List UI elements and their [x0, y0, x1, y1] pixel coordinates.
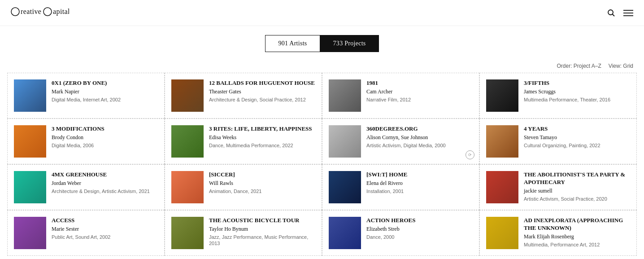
card-item[interactable]: ACCESSMarie SesterPublic Art, Sound Art,…: [7, 210, 165, 256]
card-title: 4MX GREENHOUSE: [52, 171, 158, 179]
svg-point-2: [44, 8, 52, 16]
card-artist: Brody Condon: [52, 134, 158, 141]
card-meta: Artistic Activism, Digital Media, 2000: [366, 142, 473, 149]
card-artist: Theaster Gates: [209, 88, 315, 95]
card-title: 4 YEARS: [524, 125, 630, 133]
card-meta: Artistic Activism, Social Practice, 2020: [524, 196, 630, 202]
card-item[interactable]: 3/FIFTHSJames ScruggsMultimedia Performa…: [479, 73, 637, 119]
card-image: [171, 79, 204, 112]
card-meta: Narrative Film, 2012: [366, 97, 473, 103]
tab-artists[interactable]: 901 Artists: [265, 35, 320, 52]
card-content: 4 YEARSSteven TamayoCultural Organizing,…: [524, 125, 630, 149]
card-item[interactable]: THE ACOUSTIC BICYCLE TOURTaylor Ho Bynum…: [165, 210, 322, 256]
card-content: 3/FIFTHSJames ScruggsMultimedia Performa…: [524, 79, 630, 103]
card-content: 3 RITES: LIFE, LIBERTY, HAPPINESSEdisa W…: [209, 125, 315, 149]
card-title: THE ACOUSTIC BICYCLE TOUR: [209, 217, 315, 224]
card-title: 3 MODIFICATIONS: [52, 125, 158, 133]
card-content: AD INEXPLORATA (APPROACHING THE UNKNOWN)…: [524, 217, 630, 248]
card-artist: Elena del Rivero: [366, 180, 473, 187]
card-title: [SICCER]: [209, 171, 315, 179]
card-meta: Public Art, Sound Art, 2002: [52, 234, 158, 240]
card-content: 0X1 (ZERO BY ONE)Mark NapierDigital Medi…: [52, 79, 158, 103]
card-expand-icon[interactable]: ⟳: [466, 150, 474, 159]
card-image: [14, 217, 46, 249]
svg-text:apital: apital: [53, 8, 69, 16]
card-item[interactable]: AD INEXPLORATA (APPROACHING THE UNKNOWN)…: [479, 210, 637, 256]
card-image: [486, 79, 518, 112]
card-meta: Digital Media, Internet Art, 2002: [52, 97, 158, 103]
card-image: [171, 125, 204, 158]
card-content: 12 BALLADS FOR HUGUENOT HOUSETheaster Ga…: [209, 79, 315, 103]
card-meta: Installation, 2001: [366, 188, 473, 194]
tab-projects[interactable]: 733 Projects: [320, 35, 379, 52]
card-artist: Edisa Weeks: [209, 134, 315, 141]
card-meta: Multimedia, Performance Art, 2012: [524, 241, 630, 248]
card-image: [329, 171, 361, 203]
card-item[interactable]: THE ABOLITIONIST'S TEA PARTY & APOTHECAR…: [479, 164, 637, 210]
card-item[interactable]: 3 MODIFICATIONSBrody CondonDigital Media…: [7, 119, 165, 164]
card-item[interactable]: 4MX GREENHOUSEJordan WeberArchitecture &…: [7, 164, 165, 210]
card-image: [14, 125, 46, 158]
controls-bar: Order: Project A–Z View: Grid: [0, 59, 644, 73]
card-item[interactable]: 0X1 (ZERO BY ONE)Mark NapierDigital Medi…: [7, 73, 165, 119]
card-title: 360DEGREES.ORG: [366, 125, 473, 133]
card-artist: Mark Napier: [52, 88, 158, 95]
card-content: 3 MODIFICATIONSBrody CondonDigital Media…: [52, 125, 158, 149]
card-item[interactable]: 12 BALLADS FOR HUGUENOT HOUSETheaster Ga…: [165, 73, 322, 119]
card-item[interactable]: 3 RITES: LIFE, LIBERTY, HAPPINESSEdisa W…: [165, 119, 322, 164]
card-title: 12 BALLADS FOR HUGUENOT HOUSE: [209, 79, 315, 87]
menu-icon[interactable]: [623, 8, 633, 18]
card-item[interactable]: 360DEGREES.ORGAlison Cornyn, Sue Johnson…: [322, 119, 479, 164]
card-image: [486, 171, 518, 203]
card-artist: Cam Archer: [366, 88, 473, 95]
card-meta: Architecture & Design, Artistic Activism…: [52, 188, 158, 194]
card-image: [329, 217, 361, 249]
svg-point-4: [608, 10, 613, 15]
card-item[interactable]: 4 YEARSSteven TamayoCultural Organizing,…: [479, 119, 637, 164]
card-artist: Steven Tamayo: [524, 134, 630, 141]
card-title: 1981: [366, 79, 473, 87]
card-item[interactable]: 1981Cam ArcherNarrative Film, 2012: [322, 73, 479, 119]
view-control[interactable]: View: Grid: [609, 63, 633, 69]
search-icon[interactable]: [606, 8, 616, 18]
card-content: [SICCER]Will RawlsAnimation, Dance, 2021: [209, 171, 315, 194]
card-artist: Marie Sester: [52, 226, 158, 233]
card-artist: Jordan Weber: [52, 180, 158, 187]
card-title: ACCESS: [52, 217, 158, 224]
card-image: [329, 125, 361, 158]
card-artist: James Scruggs: [524, 88, 630, 95]
card-content: THE ABOLITIONIST'S TEA PARTY & APOTHECAR…: [524, 171, 630, 202]
card-meta: Architecture & Design, Social Practice, …: [209, 97, 315, 103]
card-artist: Taylor Ho Bynum: [209, 226, 315, 233]
card-image: [171, 217, 204, 249]
card-content: THE ACOUSTIC BICYCLE TOURTaylor Ho Bynum…: [209, 217, 315, 246]
card-item[interactable]: ACTION HEROESElizabeth StrebDance, 2000: [322, 210, 479, 256]
logo[interactable]: reative apital: [11, 5, 69, 20]
svg-line-5: [613, 14, 615, 16]
card-meta: Multimedia Performance, Theater, 2016: [524, 97, 630, 103]
card-title: THE ABOLITIONIST'S TEA PARTY & APOTHECAR…: [524, 171, 630, 186]
card-title: 3/FIFTHS: [524, 79, 630, 87]
order-control[interactable]: Order: Project A–Z: [557, 63, 601, 69]
card-content: ACTION HEROESElizabeth StrebDance, 2000: [366, 217, 473, 240]
projects-grid: 0X1 (ZERO BY ONE)Mark NapierDigital Medi…: [0, 73, 644, 256]
svg-point-0: [11, 8, 19, 16]
header-icons: [606, 8, 633, 18]
logo-svg: reative apital: [11, 5, 69, 18]
card-artist: Alison Cornyn, Sue Johnson: [366, 134, 473, 141]
card-title: 3 RITES: LIFE, LIBERTY, HAPPINESS: [209, 125, 315, 133]
card-item[interactable]: [SICCER]Will RawlsAnimation, Dance, 2021: [165, 164, 322, 210]
tab-bar: 901 Artists 733 Projects: [0, 26, 644, 59]
card-artist: Will Rawls: [209, 180, 315, 187]
card-item[interactable]: [SWI:T] HOMEElena del RiveroInstallation…: [322, 164, 479, 210]
card-content: 4MX GREENHOUSEJordan WeberArchitecture &…: [52, 171, 158, 194]
card-artist: jackie sumell: [524, 188, 630, 194]
card-content: 360DEGREES.ORGAlison Cornyn, Sue Johnson…: [366, 125, 473, 149]
card-image: [329, 79, 361, 112]
card-meta: Dance, 2000: [366, 234, 473, 240]
card-image: [486, 125, 518, 158]
card-content: 1981Cam ArcherNarrative Film, 2012: [366, 79, 473, 103]
card-title: [SWI:T] HOME: [366, 171, 473, 179]
card-image: [14, 79, 46, 112]
card-image: [171, 171, 204, 203]
